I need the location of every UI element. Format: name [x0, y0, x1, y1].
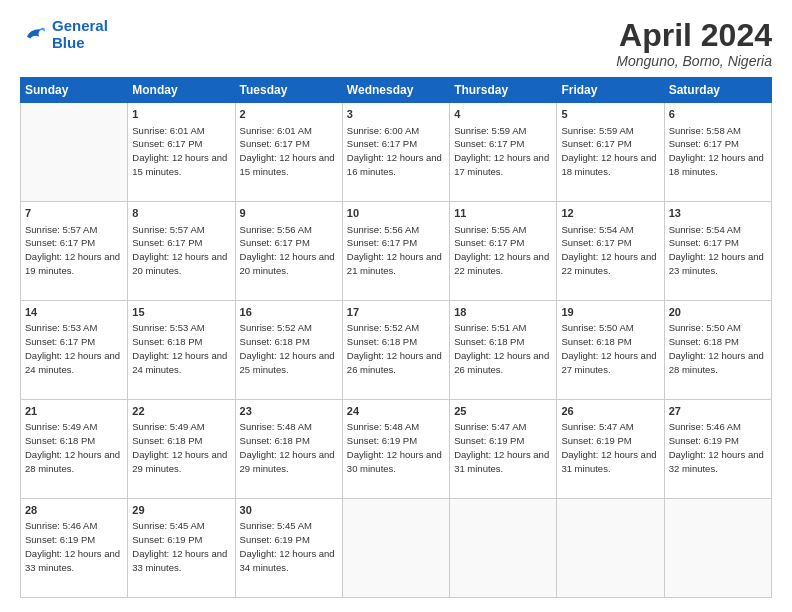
- calendar-cell: [664, 499, 771, 598]
- calendar-cell: 23Sunrise: 5:48 AMSunset: 6:18 PMDayligh…: [235, 400, 342, 499]
- day-info: Sunrise: 5:54 AMSunset: 6:17 PMDaylight:…: [561, 223, 659, 278]
- location: Monguno, Borno, Nigeria: [616, 53, 772, 69]
- day-number: 13: [669, 206, 767, 221]
- calendar-week-row: 7Sunrise: 5:57 AMSunset: 6:17 PMDaylight…: [21, 202, 772, 301]
- day-info: Sunrise: 5:48 AMSunset: 6:19 PMDaylight:…: [347, 420, 445, 475]
- calendar-cell: 25Sunrise: 5:47 AMSunset: 6:19 PMDayligh…: [450, 400, 557, 499]
- day-info: Sunrise: 5:48 AMSunset: 6:18 PMDaylight:…: [240, 420, 338, 475]
- day-info: Sunrise: 5:52 AMSunset: 6:18 PMDaylight:…: [240, 321, 338, 376]
- day-info: Sunrise: 5:52 AMSunset: 6:18 PMDaylight:…: [347, 321, 445, 376]
- day-info: Sunrise: 5:45 AMSunset: 6:19 PMDaylight:…: [132, 519, 230, 574]
- weekday-header-sunday: Sunday: [21, 78, 128, 103]
- day-number: 19: [561, 305, 659, 320]
- day-info: Sunrise: 5:53 AMSunset: 6:18 PMDaylight:…: [132, 321, 230, 376]
- day-info: Sunrise: 5:59 AMSunset: 6:17 PMDaylight:…: [561, 124, 659, 179]
- day-number: 26: [561, 404, 659, 419]
- day-number: 30: [240, 503, 338, 518]
- calendar-cell: [21, 103, 128, 202]
- calendar-cell: 16Sunrise: 5:52 AMSunset: 6:18 PMDayligh…: [235, 301, 342, 400]
- calendar-cell: 26Sunrise: 5:47 AMSunset: 6:19 PMDayligh…: [557, 400, 664, 499]
- weekday-header-tuesday: Tuesday: [235, 78, 342, 103]
- calendar-week-row: 14Sunrise: 5:53 AMSunset: 6:17 PMDayligh…: [21, 301, 772, 400]
- day-number: 12: [561, 206, 659, 221]
- weekday-header-friday: Friday: [557, 78, 664, 103]
- day-number: 11: [454, 206, 552, 221]
- day-number: 6: [669, 107, 767, 122]
- day-info: Sunrise: 5:49 AMSunset: 6:18 PMDaylight:…: [25, 420, 123, 475]
- calendar-cell: 10Sunrise: 5:56 AMSunset: 6:17 PMDayligh…: [342, 202, 449, 301]
- day-number: 23: [240, 404, 338, 419]
- day-info: Sunrise: 5:58 AMSunset: 6:17 PMDaylight:…: [669, 124, 767, 179]
- day-info: Sunrise: 5:57 AMSunset: 6:17 PMDaylight:…: [132, 223, 230, 278]
- day-info: Sunrise: 5:55 AMSunset: 6:17 PMDaylight:…: [454, 223, 552, 278]
- title-block: April 2024 Monguno, Borno, Nigeria: [616, 18, 772, 69]
- day-number: 15: [132, 305, 230, 320]
- day-info: Sunrise: 5:59 AMSunset: 6:17 PMDaylight:…: [454, 124, 552, 179]
- calendar-cell: 20Sunrise: 5:50 AMSunset: 6:18 PMDayligh…: [664, 301, 771, 400]
- calendar-cell: 5Sunrise: 5:59 AMSunset: 6:17 PMDaylight…: [557, 103, 664, 202]
- calendar-cell: 27Sunrise: 5:46 AMSunset: 6:19 PMDayligh…: [664, 400, 771, 499]
- calendar-cell: 21Sunrise: 5:49 AMSunset: 6:18 PMDayligh…: [21, 400, 128, 499]
- day-info: Sunrise: 6:01 AMSunset: 6:17 PMDaylight:…: [132, 124, 230, 179]
- day-number: 1: [132, 107, 230, 122]
- day-number: 18: [454, 305, 552, 320]
- day-number: 20: [669, 305, 767, 320]
- day-info: Sunrise: 5:46 AMSunset: 6:19 PMDaylight:…: [669, 420, 767, 475]
- calendar-cell: 9Sunrise: 5:56 AMSunset: 6:17 PMDaylight…: [235, 202, 342, 301]
- calendar-cell: 22Sunrise: 5:49 AMSunset: 6:18 PMDayligh…: [128, 400, 235, 499]
- month-title: April 2024: [616, 18, 772, 53]
- calendar-cell: 29Sunrise: 5:45 AMSunset: 6:19 PMDayligh…: [128, 499, 235, 598]
- day-info: Sunrise: 5:50 AMSunset: 6:18 PMDaylight:…: [669, 321, 767, 376]
- day-info: Sunrise: 5:47 AMSunset: 6:19 PMDaylight:…: [561, 420, 659, 475]
- day-number: 2: [240, 107, 338, 122]
- day-info: Sunrise: 5:53 AMSunset: 6:17 PMDaylight:…: [25, 321, 123, 376]
- day-info: Sunrise: 5:56 AMSunset: 6:17 PMDaylight:…: [347, 223, 445, 278]
- day-info: Sunrise: 6:01 AMSunset: 6:17 PMDaylight:…: [240, 124, 338, 179]
- calendar-cell: 15Sunrise: 5:53 AMSunset: 6:18 PMDayligh…: [128, 301, 235, 400]
- day-info: Sunrise: 5:46 AMSunset: 6:19 PMDaylight:…: [25, 519, 123, 574]
- calendar-cell: 18Sunrise: 5:51 AMSunset: 6:18 PMDayligh…: [450, 301, 557, 400]
- day-number: 4: [454, 107, 552, 122]
- calendar-week-row: 21Sunrise: 5:49 AMSunset: 6:18 PMDayligh…: [21, 400, 772, 499]
- day-info: Sunrise: 5:49 AMSunset: 6:18 PMDaylight:…: [132, 420, 230, 475]
- day-number: 7: [25, 206, 123, 221]
- calendar-cell: 1Sunrise: 6:01 AMSunset: 6:17 PMDaylight…: [128, 103, 235, 202]
- day-number: 27: [669, 404, 767, 419]
- day-number: 25: [454, 404, 552, 419]
- calendar-cell: 2Sunrise: 6:01 AMSunset: 6:17 PMDaylight…: [235, 103, 342, 202]
- day-info: Sunrise: 5:47 AMSunset: 6:19 PMDaylight:…: [454, 420, 552, 475]
- calendar-cell: 14Sunrise: 5:53 AMSunset: 6:17 PMDayligh…: [21, 301, 128, 400]
- day-number: 17: [347, 305, 445, 320]
- calendar-table: SundayMondayTuesdayWednesdayThursdayFrid…: [20, 77, 772, 598]
- day-info: Sunrise: 6:00 AMSunset: 6:17 PMDaylight:…: [347, 124, 445, 179]
- day-info: Sunrise: 5:50 AMSunset: 6:18 PMDaylight:…: [561, 321, 659, 376]
- calendar-cell: 24Sunrise: 5:48 AMSunset: 6:19 PMDayligh…: [342, 400, 449, 499]
- calendar-cell: 7Sunrise: 5:57 AMSunset: 6:17 PMDaylight…: [21, 202, 128, 301]
- day-number: 8: [132, 206, 230, 221]
- day-number: 21: [25, 404, 123, 419]
- day-info: Sunrise: 5:45 AMSunset: 6:19 PMDaylight:…: [240, 519, 338, 574]
- logo-line2: Blue: [52, 34, 85, 51]
- day-info: Sunrise: 5:56 AMSunset: 6:17 PMDaylight:…: [240, 223, 338, 278]
- day-number: 22: [132, 404, 230, 419]
- calendar-cell: 3Sunrise: 6:00 AMSunset: 6:17 PMDaylight…: [342, 103, 449, 202]
- day-number: 14: [25, 305, 123, 320]
- weekday-header-monday: Monday: [128, 78, 235, 103]
- calendar-cell: [557, 499, 664, 598]
- logo-line1: General: [52, 17, 108, 34]
- calendar-header-row: SundayMondayTuesdayWednesdayThursdayFrid…: [21, 78, 772, 103]
- day-info: Sunrise: 5:57 AMSunset: 6:17 PMDaylight:…: [25, 223, 123, 278]
- weekday-header-thursday: Thursday: [450, 78, 557, 103]
- day-number: 9: [240, 206, 338, 221]
- calendar-cell: 8Sunrise: 5:57 AMSunset: 6:17 PMDaylight…: [128, 202, 235, 301]
- day-number: 3: [347, 107, 445, 122]
- page: General Blue April 2024 Monguno, Borno, …: [0, 0, 792, 612]
- calendar-cell: 17Sunrise: 5:52 AMSunset: 6:18 PMDayligh…: [342, 301, 449, 400]
- calendar-cell: 4Sunrise: 5:59 AMSunset: 6:17 PMDaylight…: [450, 103, 557, 202]
- calendar-cell: 11Sunrise: 5:55 AMSunset: 6:17 PMDayligh…: [450, 202, 557, 301]
- logo: General Blue: [20, 18, 108, 51]
- day-number: 16: [240, 305, 338, 320]
- day-number: 5: [561, 107, 659, 122]
- calendar-cell: [342, 499, 449, 598]
- weekday-header-saturday: Saturday: [664, 78, 771, 103]
